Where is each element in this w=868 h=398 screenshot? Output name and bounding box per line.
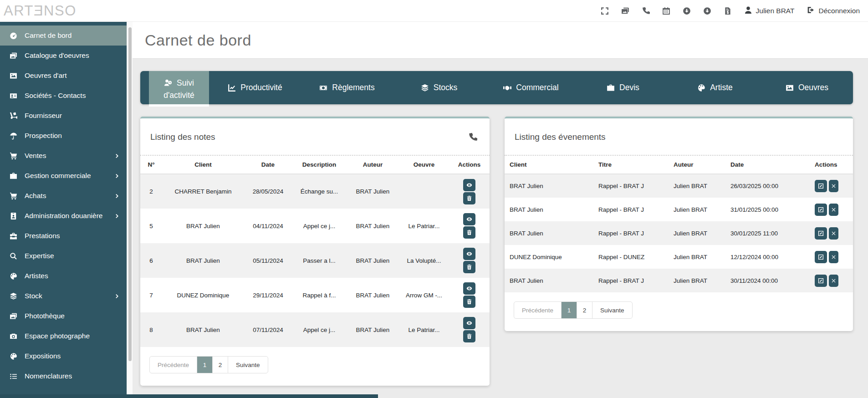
sidebar-item-societes-contacts[interactable]: Sociétés - Contacts xyxy=(0,86,127,106)
tab-devis[interactable]: Devis xyxy=(577,71,669,104)
sidebar-item-phototheque[interactable]: Photothèque xyxy=(0,306,127,326)
sidebar-item-label: Photothèque xyxy=(25,312,65,320)
cell-date: 12/12/2024 00:00 xyxy=(725,245,810,269)
layers-icon xyxy=(8,292,19,300)
sidebar-item-stock[interactable]: Stock xyxy=(0,286,127,306)
tab-productivite[interactable]: Productivité xyxy=(209,71,301,104)
sidebar-item-espace-photographe[interactable]: Espace photographe xyxy=(0,326,127,346)
sidebar-item-ventes[interactable]: Ventes xyxy=(0,146,127,166)
umbrella-icon xyxy=(8,132,19,140)
edit-event-button[interactable] xyxy=(815,204,827,216)
tab-oeuvres[interactable]: Oeuvres xyxy=(761,71,853,104)
cell-auteur: Julien BRAT xyxy=(669,198,725,221)
sidebar-item-prestations[interactable]: Prestations xyxy=(0,226,127,246)
main-area: Carnet de bord Suivi d'activitéProductiv… xyxy=(133,22,868,398)
sidebar-item-expertise[interactable]: Expertise xyxy=(0,246,127,266)
sidebar-item-artistes[interactable]: Artistes xyxy=(0,266,127,286)
pagination-page-1[interactable]: 1 xyxy=(197,357,212,373)
tab-stocks[interactable]: Stocks xyxy=(393,71,485,104)
current-user: Julien BRAT xyxy=(744,6,795,16)
pagination-next[interactable]: Suivante xyxy=(228,357,268,373)
sidebar-item-fournisseur[interactable]: Fournisseur xyxy=(0,106,127,126)
pagination-group: Précédente12Suivante xyxy=(514,301,633,319)
edit-event-button[interactable] xyxy=(815,180,827,192)
toolbox-icon xyxy=(8,232,19,240)
delete-note-button[interactable] xyxy=(463,296,475,308)
pagination-next[interactable]: Suivante xyxy=(592,302,632,318)
view-note-button[interactable] xyxy=(463,179,475,191)
pagination-page-2[interactable]: 2 xyxy=(212,357,228,373)
column-header: Oeuvre xyxy=(399,156,449,174)
cell-titre: Rappel - BRAT J xyxy=(593,221,669,245)
view-note-button[interactable] xyxy=(463,248,475,260)
footer-strip xyxy=(0,394,378,398)
delete-note-button[interactable] xyxy=(463,192,475,204)
tab-reglements[interactable]: Règlements xyxy=(301,71,393,104)
table-row: BRAT JulienRappel - BRAT JJulien BRAT26/… xyxy=(505,174,853,198)
chevron-right-icon xyxy=(114,293,120,299)
view-note-button[interactable] xyxy=(463,213,475,225)
tab-suivi-d-activite[interactable]: Suivi d'activité xyxy=(149,71,209,104)
sidebar-item-oeuvres-d-art[interactable]: Oeuvres d'art xyxy=(0,66,127,86)
phone-icon[interactable] xyxy=(468,133,477,142)
pagination-prev[interactable]: Précédente xyxy=(514,302,561,318)
sidebar-item-achats[interactable]: Achats xyxy=(0,186,127,206)
chevron-right-icon xyxy=(114,153,120,159)
table-row: DUNEZ DominiqueRappel - DUNEZJulien BRAT… xyxy=(505,245,853,269)
tab-label: Productivité xyxy=(240,83,282,92)
cell-titre: Rappel - BRAT J xyxy=(593,269,669,292)
tab-artiste[interactable]: Artiste xyxy=(669,71,761,104)
edit-event-button[interactable] xyxy=(815,251,827,263)
delete-note-button[interactable] xyxy=(463,261,475,273)
cell-num: 6 xyxy=(140,243,162,278)
sidebar-item-prospection[interactable]: Prospection xyxy=(0,126,127,146)
list-icon xyxy=(8,372,19,380)
remove-event-button[interactable] xyxy=(829,204,838,216)
calendar-icon[interactable] xyxy=(662,7,670,15)
delete-note-button[interactable] xyxy=(463,330,475,342)
file-invoice-icon[interactable] xyxy=(724,7,732,15)
handshake-icon xyxy=(503,84,511,92)
edit-event-button[interactable] xyxy=(815,227,827,240)
edit-event-button[interactable] xyxy=(815,275,827,287)
remove-event-button[interactable] xyxy=(829,227,838,240)
delete-note-button[interactable] xyxy=(463,226,475,239)
sidebar-scrollbar-thumb[interactable] xyxy=(128,27,132,361)
circle-down-icon[interactable] xyxy=(683,7,691,15)
remove-event-button[interactable] xyxy=(829,275,838,287)
table-row: BRAT JulienRappel - BRAT JJulien BRAT30/… xyxy=(505,221,853,245)
sidebar-nav: Carnet de bordCatalogue d'oeuvresOeuvres… xyxy=(0,22,127,398)
pagination-prev[interactable]: Précédente xyxy=(150,357,197,373)
cell-titre: Rappel - BRAT J xyxy=(593,198,669,221)
images-icon[interactable] xyxy=(621,7,629,15)
sidebar-item-gestion-commerciale[interactable]: Gestion commerciale xyxy=(0,166,127,186)
pagination-page-2[interactable]: 2 xyxy=(577,302,592,318)
view-note-button[interactable] xyxy=(463,282,475,295)
cell-actions xyxy=(810,245,853,269)
chart-line-icon xyxy=(228,84,236,92)
sidebar-item-nomenclatures[interactable]: Nomenclatures xyxy=(0,366,127,386)
cell-auteur: Julien BRAT xyxy=(669,174,725,198)
sidebar-item-expositions[interactable]: Expositions xyxy=(0,346,127,366)
phone-icon[interactable] xyxy=(642,7,650,15)
gauge-icon xyxy=(8,32,19,40)
expand-icon[interactable] xyxy=(601,7,609,15)
remove-event-button[interactable] xyxy=(829,180,838,192)
sidebar-scrollbar-track[interactable] xyxy=(127,22,133,398)
remove-event-button[interactable] xyxy=(829,251,838,263)
circle-down-icon[interactable] xyxy=(703,7,711,15)
sidebar-item-label: Artistes xyxy=(25,272,48,280)
logout-button[interactable]: Déconnexion xyxy=(807,6,860,16)
layers-icon xyxy=(421,84,429,92)
view-note-button[interactable] xyxy=(463,317,475,329)
sidebar-item-carnet-de-bord[interactable]: Carnet de bord xyxy=(0,26,127,46)
image-icon xyxy=(786,84,794,92)
sidebar-item-administration-douaniere[interactable]: Administration douanière xyxy=(0,206,127,226)
column-header: Auteur xyxy=(347,156,399,174)
pagination-page-1[interactable]: 1 xyxy=(561,302,577,318)
cell-oeuvre xyxy=(399,174,449,209)
tab-commercial[interactable]: Commercial xyxy=(485,71,577,104)
table-row: 6BRAT Julien05/11/2024Passer a l...BRAT … xyxy=(140,243,490,278)
sidebar-item-catalogue-d-oeuvres[interactable]: Catalogue d'oeuvres xyxy=(0,46,127,66)
sidebar-item-label: Sociétés - Contacts xyxy=(25,92,86,100)
